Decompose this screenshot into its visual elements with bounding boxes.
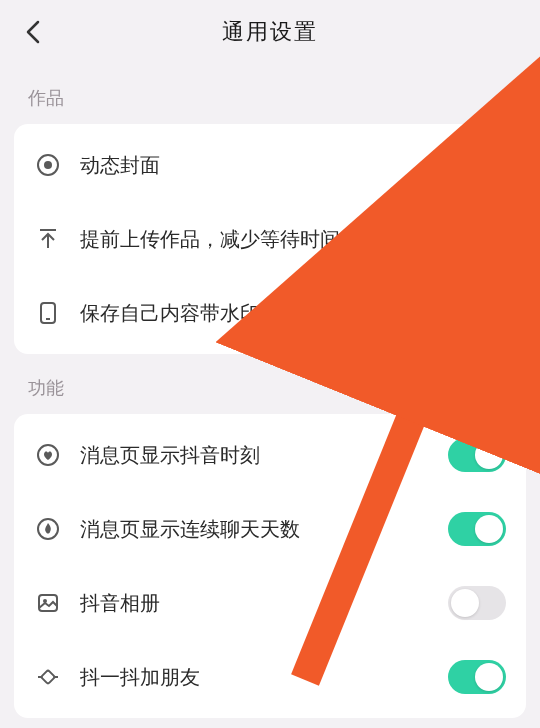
- row-douyin-moments[interactable]: 消息页显示抖音时刻: [14, 418, 526, 492]
- row-preupload[interactable]: 提前上传作品，减少等待时间: [14, 202, 526, 276]
- toggle-preupload[interactable]: [448, 222, 506, 256]
- row-label: 消息页显示连续聊天天数: [80, 516, 430, 543]
- target-icon: [34, 151, 62, 179]
- section-label-functions: 功能: [0, 354, 540, 414]
- toggle-shake-friend[interactable]: [448, 660, 506, 694]
- heart-circle-icon: [34, 441, 62, 469]
- section-card-works: 动态封面 提前上传作品，减少等待时间 保存自己内容带水印: [14, 124, 526, 354]
- chevron-left-icon: [24, 18, 42, 46]
- row-label: 抖音相册: [80, 590, 430, 617]
- toggle-chat-days[interactable]: [448, 512, 506, 546]
- upload-icon: [34, 225, 62, 253]
- image-icon: [34, 589, 62, 617]
- row-label: 提前上传作品，减少等待时间: [80, 226, 430, 253]
- row-dynamic-cover[interactable]: 动态封面: [14, 128, 526, 202]
- row-shake-friend[interactable]: 抖一抖加朋友: [14, 640, 526, 714]
- svg-point-1: [44, 161, 52, 169]
- header: 通用设置: [0, 0, 540, 64]
- flame-circle-icon: [34, 515, 62, 543]
- row-label: 抖一抖加朋友: [80, 664, 430, 691]
- section-label-works: 作品: [0, 64, 540, 124]
- row-watermark[interactable]: 保存自己内容带水印: [14, 276, 526, 350]
- toggle-watermark[interactable]: [448, 296, 506, 330]
- toggle-douyin-moments[interactable]: [448, 438, 506, 472]
- row-label: 动态封面: [80, 152, 430, 179]
- toggle-dynamic-cover[interactable]: [448, 148, 506, 182]
- phone-icon: [34, 299, 62, 327]
- row-label: 保存自己内容带水印: [80, 300, 430, 327]
- back-button[interactable]: [18, 17, 48, 47]
- svg-rect-10: [41, 670, 55, 684]
- row-douyin-album[interactable]: 抖音相册: [14, 566, 526, 640]
- row-chat-days[interactable]: 消息页显示连续聊天天数: [14, 492, 526, 566]
- shake-icon: [34, 663, 62, 691]
- toggle-douyin-album[interactable]: [448, 586, 506, 620]
- page-title: 通用设置: [222, 17, 318, 47]
- row-label: 消息页显示抖音时刻: [80, 442, 430, 469]
- section-card-functions: 消息页显示抖音时刻 消息页显示连续聊天天数 抖音相册: [14, 414, 526, 718]
